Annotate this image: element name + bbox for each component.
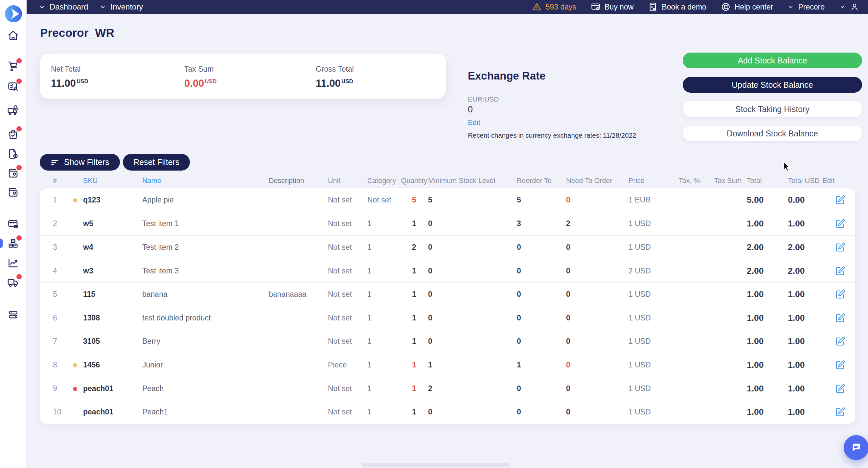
user-menu[interactable] bbox=[839, 2, 860, 12]
name-cell: Test item 3 bbox=[142, 266, 269, 275]
sidebar-item-approvals[interactable] bbox=[6, 80, 20, 94]
table-row: 81456JuniorPiece111101 USD1.001.00 bbox=[40, 353, 855, 377]
exchange-rate-pair: EUR:USD bbox=[468, 95, 499, 103]
edit-row-button[interactable] bbox=[835, 360, 845, 370]
name-cell: Apple pie bbox=[142, 196, 269, 204]
sidebar-item-procurement-cart[interactable] bbox=[6, 59, 20, 74]
min-stock-level-cell: 1 bbox=[428, 360, 517, 370]
update-stock-balance-button[interactable]: Update Stock Balance bbox=[683, 77, 862, 93]
precoro-logo-icon[interactable] bbox=[4, 5, 23, 24]
column-header-name[interactable]: Name bbox=[142, 177, 269, 185]
column-header-reorder-to: Reorder To bbox=[517, 177, 566, 185]
sidebar-item-invoices[interactable] bbox=[6, 166, 20, 180]
exchange-rate-heading: Exchange Rate bbox=[468, 70, 546, 82]
net-total-value: 11.00 bbox=[51, 78, 76, 89]
price-cell: 1 EUR bbox=[628, 196, 670, 204]
sidebar-item-settings-toggles[interactable] bbox=[6, 307, 20, 322]
category-cell: 1 bbox=[367, 266, 400, 275]
stock-balance-table: 1q123Apple pieNot setNot set55501 EUR5.0… bbox=[40, 188, 855, 423]
column-header-category: Category bbox=[367, 177, 400, 185]
download-stock-balance-button[interactable]: Download Stock Balance bbox=[683, 125, 862, 141]
horizontal-scrollbar[interactable] bbox=[362, 463, 509, 467]
edit-row-button[interactable] bbox=[835, 289, 845, 299]
edit-pencil-icon bbox=[835, 218, 845, 229]
min-stock-level-cell: 5 bbox=[428, 196, 517, 204]
edit-row-button[interactable] bbox=[835, 383, 845, 394]
edit-row-button[interactable] bbox=[835, 242, 845, 253]
nav-dashboard[interactable]: Dashboard bbox=[50, 2, 88, 11]
sidebar-item-budgets[interactable] bbox=[6, 217, 20, 231]
sidebar-item-documents[interactable] bbox=[6, 147, 20, 161]
category-cell: 1 bbox=[367, 337, 400, 346]
need-to-order-cell: 0 bbox=[566, 337, 628, 346]
add-stock-balance-button[interactable]: Add Stock Balance bbox=[683, 53, 862, 68]
sidebar-item-inventory-boxes[interactable] bbox=[6, 236, 20, 251]
chevron-down-icon[interactable] bbox=[38, 3, 46, 10]
unit-cell: Not set bbox=[328, 337, 367, 346]
sidebar-item-purchase-orders[interactable] bbox=[6, 127, 20, 142]
nav-inventory[interactable]: Inventory bbox=[111, 2, 143, 11]
company-menu[interactable]: Precoro bbox=[787, 3, 825, 11]
reset-filters-button[interactable]: Reset Filters bbox=[123, 154, 190, 171]
buy-now-button[interactable]: Buy now bbox=[591, 2, 633, 12]
edit-row-button[interactable] bbox=[835, 266, 845, 276]
unit-cell: Not set bbox=[328, 384, 367, 393]
total-usd-cell: 1.00 bbox=[781, 383, 822, 394]
description-cell: bananaaaa bbox=[269, 290, 328, 299]
unit-cell: Not set bbox=[328, 266, 367, 275]
category-cell: 1 bbox=[367, 243, 400, 252]
trial-countdown[interactable]: 593 days bbox=[532, 2, 576, 12]
edit-row-button[interactable] bbox=[835, 195, 845, 205]
edit-cell bbox=[822, 383, 845, 394]
edit-row-button[interactable] bbox=[835, 313, 845, 323]
total-cell: 1.00 bbox=[747, 313, 781, 323]
book-demo-button[interactable]: Book a demo bbox=[648, 2, 706, 12]
chat-widget-button[interactable] bbox=[844, 435, 868, 460]
payments-icon bbox=[7, 186, 20, 199]
status-dot-red bbox=[73, 387, 77, 391]
sidebar-item-analytics[interactable] bbox=[6, 256, 20, 270]
notification-badge bbox=[17, 126, 22, 131]
chevron-down-icon[interactable] bbox=[99, 3, 106, 10]
settings-toggles-icon bbox=[7, 308, 20, 321]
total-cell: 2.00 bbox=[747, 266, 781, 276]
exchange-rate-edit-link[interactable]: Edit bbox=[468, 118, 480, 127]
category-cell: 1 bbox=[367, 290, 400, 299]
show-filters-button[interactable]: Show Filters bbox=[40, 154, 120, 171]
documents-icon bbox=[7, 148, 20, 160]
help-center-button[interactable]: Help center bbox=[721, 2, 773, 12]
total-cell: 5.00 bbox=[747, 195, 781, 205]
sidebar-item-home[interactable] bbox=[6, 28, 20, 43]
edit-pencil-icon bbox=[835, 407, 845, 417]
edit-cell bbox=[822, 266, 845, 276]
tax-sum-currency: USD bbox=[205, 78, 217, 85]
active-nav-indicator bbox=[0, 239, 3, 248]
sidebar-item-warehouse-truck[interactable] bbox=[6, 275, 20, 290]
column-header-sku[interactable]: SKU bbox=[83, 177, 142, 185]
filter-icon bbox=[50, 158, 59, 167]
status-dot-cell bbox=[67, 360, 83, 370]
edit-cell bbox=[822, 218, 845, 229]
suppliers-icon bbox=[7, 105, 20, 117]
sidebar bbox=[0, 0, 27, 468]
notification-badge bbox=[17, 165, 22, 170]
total-usd-cell: 1.00 bbox=[781, 313, 822, 323]
row-number-cell: 4 bbox=[53, 266, 67, 275]
total-cell: 1.00 bbox=[747, 336, 781, 346]
name-cell: Peach1 bbox=[142, 408, 269, 416]
sku-cell: 1308 bbox=[83, 314, 142, 322]
edit-row-button[interactable] bbox=[835, 407, 845, 417]
edit-row-button[interactable] bbox=[835, 336, 845, 346]
sidebar-item-suppliers[interactable] bbox=[6, 104, 20, 118]
unit-cell: Not set bbox=[328, 219, 367, 228]
sidebar-item-payments[interactable] bbox=[6, 185, 20, 200]
need-to-order-cell: 0 bbox=[566, 408, 628, 416]
row-number-cell: 6 bbox=[53, 314, 67, 322]
total-usd-cell: 1.00 bbox=[781, 360, 822, 370]
stock-taking-history-button[interactable]: Stock Taking History bbox=[683, 101, 862, 117]
budgets-icon bbox=[7, 218, 20, 230]
min-stock-level-cell: 0 bbox=[428, 408, 517, 416]
edit-row-button[interactable] bbox=[835, 218, 845, 229]
table-row: 5115bananabananaaaaNot set110001 USD1.00… bbox=[40, 282, 855, 306]
need-to-order-cell: 0 bbox=[566, 360, 628, 370]
